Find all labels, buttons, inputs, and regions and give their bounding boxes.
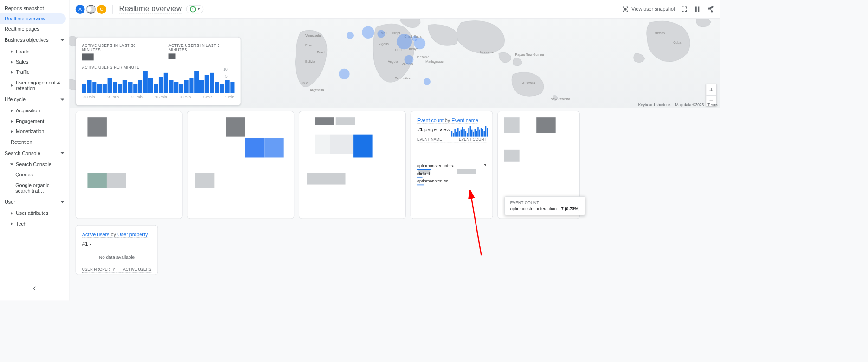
sidebar-item-sales[interactable]: Sales <box>0 57 69 67</box>
triangle-icon <box>11 50 13 53</box>
chart-y-ticks: 10 5 <box>223 67 227 81</box>
sidebar-section-user[interactable]: User <box>0 196 69 208</box>
active-users-card: ACTIVE USERS IN LAST 30 MINUTES ACTIVE U… <box>76 37 241 106</box>
sidebar-item-traffic[interactable]: Traffic <box>0 67 69 77</box>
collapse-sidebar-button[interactable]: ‹ <box>33 283 36 293</box>
tooltip-name: optinmonster_interaction <box>510 207 557 211</box>
triangle-icon <box>11 60 13 64</box>
fullscreen-icon[interactable] <box>681 5 688 13</box>
sidebar-item-reports-snapshot[interactable]: Reports snapshot <box>0 3 69 13</box>
sidebar-section-business[interactable]: Business objectives <box>0 34 69 46</box>
chevron-down-icon: ▾ <box>198 6 200 12</box>
stat-5min-label: ACTIVE USERS IN LAST 5 MINUTES <box>168 44 234 52</box>
svg-text:South Africa: South Africa <box>395 77 412 80</box>
chevron-up-icon <box>60 201 64 203</box>
event-row[interactable]: optinmonster_co… <box>417 177 486 185</box>
svg-text:Indonesia: Indonesia <box>480 51 494 54</box>
sidebar-item-realtime-overview[interactable]: Realtime overview <box>0 13 66 24</box>
stat-30min-value <box>82 53 94 60</box>
status-badge[interactable]: ▾ <box>186 5 204 13</box>
event-table-body: optinmonster_intera…7clickedoptinmonster… <box>417 162 486 185</box>
dimension-cards-row: Event count by Event name #1 page_view E… <box>76 111 714 219</box>
triangle-icon <box>11 130 13 133</box>
avatar-a: A <box>76 5 85 14</box>
no-data-label: No data available <box>82 254 151 260</box>
sidebar: Reports snapshot Realtime overview Realt… <box>0 0 69 300</box>
svg-text:Madagascar: Madagascar <box>425 60 444 64</box>
compare-icon[interactable] <box>694 5 701 13</box>
sidebar-item-retention[interactable]: Retention <box>0 137 69 147</box>
map-kbd-link[interactable]: Keyboard shortcuts <box>638 103 672 107</box>
svg-text:Brazil: Brazil <box>317 51 325 54</box>
sidebar-item-realtime-pages[interactable]: Realtime pages <box>0 24 69 34</box>
svg-text:Nigeria: Nigeria <box>379 42 389 46</box>
check-icon <box>190 6 196 12</box>
sidebar-item-monetization[interactable]: Monetization <box>0 126 69 136</box>
per-minute-label: ACTIVE USERS PER MINUTE <box>82 65 235 69</box>
svg-text:Cuba: Cuba <box>673 41 681 45</box>
map-data-label: Map data ©2025 <box>675 103 704 107</box>
sidebar-item-engagement-retention[interactable]: User engagement & retention <box>0 78 69 94</box>
svg-text:Bolivia: Bolivia <box>305 60 315 64</box>
svg-text:Angola: Angola <box>388 60 398 64</box>
sidebar-item-organic-search[interactable]: Google organic search traf… <box>0 180 69 196</box>
event-table-header: EVENT NAMEEVENT COUNT <box>417 137 486 142</box>
triangle-icon <box>11 120 13 123</box>
sidebar-item-queries[interactable]: Queries <box>0 169 69 180</box>
sidebar-section-lifecycle[interactable]: Life cycle <box>0 94 69 106</box>
svg-text:Papua New Guinea: Papua New Guinea <box>515 53 544 57</box>
svg-text:Argentina: Argentina <box>310 88 324 92</box>
content: MaliNigerChadSudan NigeriaDRCKenya Angol… <box>69 19 720 301</box>
triangle-icon <box>11 109 13 112</box>
event-card-title[interactable]: Event count by Event name <box>417 117 478 123</box>
sidebar-item-user-attributes[interactable]: User attributes <box>0 208 69 218</box>
user-property-card: Active users by User property #1 - No da… <box>76 225 158 275</box>
event-sparkline <box>451 126 488 136</box>
share-icon[interactable] <box>707 5 714 13</box>
stat-30min-label: ACTIVE USERS IN LAST 30 MINUTES <box>82 44 150 52</box>
tooltip-head: EVENT COUNT <box>510 200 580 205</box>
svg-text:Venezuela: Venezuela <box>305 34 321 38</box>
view-user-snapshot-button[interactable]: View user snapshot <box>621 5 675 13</box>
user-property-header: USER PROPERTYACTIVE USERS <box>82 267 151 273</box>
sidebar-item-engagement[interactable]: Engagement <box>0 116 69 126</box>
map-terms-link[interactable]: Terms <box>707 103 718 107</box>
audience-selector[interactable]: A O <box>76 5 106 14</box>
svg-text:Chile: Chile <box>301 81 308 85</box>
toggle-icon <box>86 6 96 12</box>
map-zoom-in[interactable]: + <box>706 84 716 95</box>
event-row[interactable]: optinmonster_intera…7 <box>417 162 486 170</box>
svg-text:Niger: Niger <box>392 32 401 35</box>
sidebar-item-tech[interactable]: Tech <box>0 219 69 229</box>
sidebar-item-search-console[interactable]: Search Console <box>0 159 69 169</box>
svg-text:Peru: Peru <box>305 44 312 47</box>
sidebar-section-label: Business objectives <box>5 38 49 43</box>
triangle-icon <box>11 84 13 87</box>
triangle-icon <box>11 71 13 74</box>
triangle-icon <box>11 222 13 225</box>
user-property-title[interactable]: Active users by User property <box>82 232 148 238</box>
user-property-rank: #1 - <box>82 240 151 246</box>
divider <box>112 5 113 14</box>
card-1 <box>76 111 183 219</box>
sidebar-section-search[interactable]: Search Console <box>0 147 69 159</box>
svg-text:Tanzania: Tanzania <box>416 55 430 59</box>
sidebar-item-acquisition[interactable]: Acquisition <box>0 105 69 116</box>
page-title: Realtime overview <box>119 4 182 14</box>
map-attribution: Keyboard shortcuts Map data ©2025 Terms <box>638 103 718 107</box>
tooltip-value: 7 (0.73%) <box>561 207 580 211</box>
triangle-icon <box>11 212 13 215</box>
chevron-up-icon <box>60 39 64 41</box>
svg-text:Mexico: Mexico <box>655 32 665 35</box>
event-row[interactable]: clicked <box>417 169 486 177</box>
triangle-down-icon <box>10 163 13 165</box>
sidebar-item-leads[interactable]: Leads <box>0 46 69 57</box>
avatar-toggle <box>86 5 96 14</box>
svg-text:Australia: Australia <box>522 81 535 85</box>
chart-x-ticks: -30 min-25 min-20 min-15 min-10 min-5 mi… <box>82 95 235 99</box>
main: A O Realtime overview ▾ View user snapsh… <box>69 0 720 300</box>
avatar-o: O <box>97 5 106 14</box>
card-3 <box>299 111 406 219</box>
event-tooltip: EVENT COUNT optinmonster_interaction 7 (… <box>504 196 585 215</box>
stat-5min-value <box>168 53 175 59</box>
